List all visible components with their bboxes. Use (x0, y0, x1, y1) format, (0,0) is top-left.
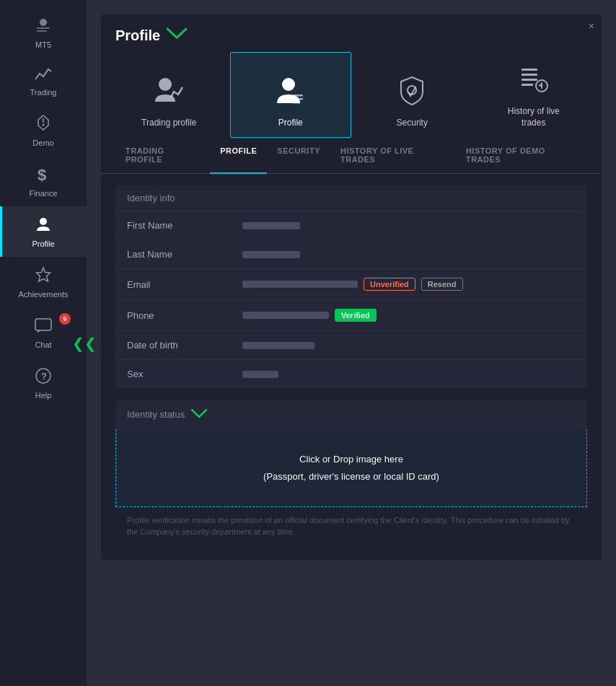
icon-tab-trading-profile[interactable]: Trading profile (108, 52, 230, 138)
modal-header: Profile (101, 14, 602, 45)
sex-label: Sex (127, 369, 242, 379)
security-tab-label: Security (397, 118, 428, 129)
modal-chevron-icon (166, 26, 188, 45)
sidebar-item-finance-label: Finance (29, 189, 57, 198)
verification-note: Profile verification means the provision… (115, 507, 587, 545)
trading-profile-tab-icon (151, 74, 187, 112)
svg-point-0 (40, 19, 47, 26)
svg-rect-13 (293, 98, 303, 100)
identity-info-section: Identity info First Name Last Name Email (115, 185, 587, 388)
chat-badge: 9 (59, 313, 71, 325)
svg-rect-17 (522, 74, 537, 76)
text-tab-profile[interactable]: PROFILE (210, 138, 267, 174)
dob-label: Date of birth (127, 340, 242, 351)
sidebar-item-finance[interactable]: $ Finance (0, 156, 87, 206)
unverified-badge[interactable]: Unverified (364, 278, 415, 291)
document-drop-zone[interactable]: Click or Drop image here (Passport, driv… (115, 429, 587, 507)
svg-rect-1 (37, 27, 50, 29)
svg-rect-16 (522, 69, 537, 71)
chat-icon (34, 316, 53, 338)
profile-content: Identity info First Name Last Name Email (101, 185, 602, 560)
sidebar-item-achievements[interactable]: Achievements (0, 257, 87, 307)
sidebar-item-help-label: Help (35, 391, 52, 400)
text-tab-trading-profile[interactable]: TRADING PROFILE (115, 138, 210, 174)
demo-icon (34, 114, 53, 136)
phone-blurred (242, 312, 329, 319)
svg-point-10 (159, 78, 172, 91)
identity-status-section: Identity status Click or Drop image here… (115, 400, 587, 545)
profile-tab-label: Profile (278, 118, 303, 129)
svg-text:?: ? (41, 371, 47, 382)
sidebar-item-demo-label: Demo (32, 138, 53, 147)
svg-rect-14 (293, 102, 300, 104)
sidebar-item-help[interactable]: ? Help (0, 358, 87, 408)
trading-profile-tab-label: Trading profile (141, 118, 196, 129)
history-live-tab-icon (516, 63, 552, 100)
first-name-blurred (242, 222, 300, 229)
verified-badge[interactable]: Verified (335, 309, 377, 322)
sex-row: Sex (115, 360, 587, 388)
svg-rect-7 (35, 319, 51, 330)
first-name-row: First Name (115, 211, 587, 240)
finance-icon: $ (35, 164, 51, 186)
icon-tabs: Trading profile Profile (101, 45, 602, 138)
profile-icon (34, 215, 53, 237)
phone-value: Verified (242, 309, 576, 322)
profile-tab-icon (273, 74, 309, 112)
drop-zone-main-text: Click or Drop image here (131, 451, 572, 467)
profile-modal: × Profile Trading profile (101, 14, 602, 560)
svg-rect-12 (293, 94, 303, 97)
email-label: Email (127, 279, 242, 290)
identity-info-header: Identity info (115, 185, 587, 211)
sex-value (242, 371, 576, 378)
main-content: × Profile Trading profile (87, 0, 616, 686)
resend-badge[interactable]: Resend (421, 278, 463, 291)
modal-close-button[interactable]: × (589, 20, 594, 32)
icon-tab-history-live[interactable]: History of livetrades (473, 52, 595, 138)
icon-tab-profile[interactable]: Profile (230, 52, 352, 138)
icon-tab-security[interactable]: Security (351, 52, 473, 138)
text-tab-history-demo[interactable]: HISTORY OF DEMO TRADES (456, 138, 587, 174)
svg-rect-2 (37, 30, 47, 32)
sidebar-item-trading[interactable]: Trading (0, 58, 87, 105)
text-tabs: TRADING PROFILE PROFILE SECURITY HISTORY… (101, 138, 602, 174)
email-value: Unverified Resend (242, 278, 576, 291)
sidebar-item-mt5-label: MT5 (35, 40, 51, 49)
dob-value (242, 342, 576, 349)
phone-label: Phone (127, 310, 242, 321)
trading-icon (34, 66, 53, 85)
sidebar: MT5 Trading Demo $ Finance (0, 0, 87, 686)
sidebar-item-chat-label: Chat (35, 340, 51, 349)
security-tab-icon (394, 74, 430, 112)
sidebar-item-achievements-label: Achievements (18, 290, 68, 299)
svg-point-6 (40, 218, 47, 225)
sidebar-item-profile-label: Profile (32, 239, 54, 248)
text-tab-security[interactable]: SECURITY (267, 138, 330, 174)
identity-status-header: Identity status (115, 400, 587, 429)
help-icon: ? (34, 366, 53, 388)
last-name-value (242, 251, 576, 258)
last-name-blurred (242, 251, 300, 258)
dob-row: Date of birth (115, 331, 587, 360)
mt5-icon (34, 16, 53, 38)
email-blurred (242, 281, 358, 288)
first-name-value (242, 222, 576, 229)
sidebar-item-demo[interactable]: Demo (0, 105, 87, 156)
phone-row: Phone Verified (115, 300, 587, 331)
svg-rect-18 (522, 79, 537, 81)
sidebar-item-trading-label: Trading (30, 88, 57, 97)
svg-text:$: $ (38, 166, 46, 183)
text-tab-history-live[interactable]: HISTORY OF LIVE TRADES (330, 138, 456, 174)
last-name-label: Last Name (127, 249, 242, 260)
sidebar-item-profile[interactable]: Profile (0, 206, 87, 257)
sidebar-collapse-icon[interactable]: ❮❮ (72, 335, 97, 352)
email-row: Email Unverified Resend (115, 269, 587, 300)
achievements-icon (34, 265, 53, 287)
identity-status-label: Identity status (127, 409, 185, 420)
svg-rect-19 (522, 84, 533, 86)
svg-point-11 (282, 78, 295, 91)
drop-zone-sub-text: (Passport, driver's license or local ID … (131, 468, 572, 485)
identity-status-chevron-icon (190, 407, 208, 422)
sidebar-item-mt5[interactable]: MT5 (0, 7, 87, 58)
modal-title: Profile (115, 27, 160, 44)
